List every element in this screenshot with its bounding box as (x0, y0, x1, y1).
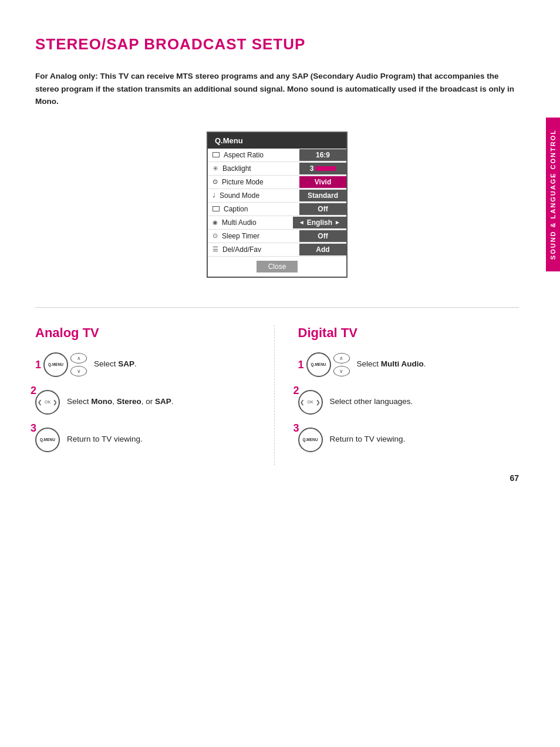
analog-step-1: 1 Q.MENU ∧ ∨ Select SAP. (35, 352, 257, 377)
digital-step-1-text: Select Multi Audio. (357, 352, 426, 370)
analog-step-3-icons: 3 Q.MENU (35, 428, 60, 452)
analog-step-2-text: Select Mono, Stereo, or SAP. (67, 390, 174, 408)
qmenu-value-caption: Off (299, 203, 346, 215)
qmenu-label-multiaudio: ◉ Multi Audio (208, 216, 293, 229)
sound-icon: ♩ (212, 191, 215, 199)
ok-button-2: ❮ OK ❯ (35, 390, 60, 415)
qmenu-row-caption: Caption Off (208, 203, 346, 216)
qmenu-label-backlight: ✳ Backlight (208, 162, 299, 175)
qmenu-value-sound: Standard (299, 190, 346, 201)
qmenu-row-sleep: ⊙ Sleep Timer Off (208, 230, 346, 243)
qmenu-label-sound: ♩ Sound Mode (208, 189, 299, 202)
qmenu-value-aspect: 16:9 (299, 149, 346, 161)
analog-step-1-icons: 1 Q.MENU ∧ ∨ (35, 352, 87, 377)
qmenu-value-del: Add (299, 244, 346, 255)
digital-step-3-number: 3 (294, 423, 299, 433)
qmenu-row-aspect: Aspect Ratio 16:9 (208, 149, 346, 162)
analog-step-1-number: 1 (35, 359, 41, 370)
section-divider (35, 307, 519, 308)
digital-step-2-number: 2 (294, 385, 299, 396)
left-arrow-icon: ◄ (299, 219, 305, 226)
page-title: STEREO/SAP BROADCAST SETUP (35, 35, 519, 53)
qmenu-row-sound: ♩ Sound Mode Standard (208, 189, 346, 203)
digital-step-1: 1 Q.MENU ∧ ∨ Select Multi Audio. (298, 352, 519, 377)
qmenu-diagram: Q.Menu Aspect Ratio 16:9 ✳ Backlight 3 (35, 132, 519, 278)
intro-text: For Analog only: This TV can receive MTS… (35, 70, 517, 108)
analog-tv-title: Analog TV (35, 325, 257, 341)
qmenu-button-d3: Q.MENU (298, 428, 323, 452)
analog-step-2-number: 2 (31, 385, 36, 396)
qmenu-button-1: Q.MENU (43, 352, 68, 377)
qmenu-row-del: ☰ Del/Add/Fav Add (208, 243, 346, 257)
picture-icon: ⊙ (212, 178, 218, 186)
analog-step-3-number: 3 (31, 423, 36, 433)
del-icon: ☰ (212, 245, 218, 253)
digital-step-2: 2 ❮ OK ❯ Select other languages. (298, 390, 519, 415)
backlight-bar (315, 166, 336, 171)
sleep-icon: ⊙ (212, 232, 218, 240)
analog-tv-section: Analog TV 1 Q.MENU ∧ ∨ (35, 325, 275, 465)
digital-step-2-icons: 2 ❮ OK ❯ (298, 390, 323, 415)
qmenu-label-aspect: Aspect Ratio (208, 149, 299, 161)
up-arrow-btn-d: ∧ (333, 353, 350, 364)
qmenu-box: Q.Menu Aspect Ratio 16:9 ✳ Backlight 3 (207, 132, 348, 278)
analog-step-2: 2 ❮ OK ❯ Select Mono, Stereo, or SAP. (35, 390, 257, 415)
analog-step-2-icons: 2 ❮ OK ❯ (35, 390, 60, 415)
analog-step-3-text: Return to TV viewing. (67, 428, 143, 445)
side-label: SOUND & LANGUAGE CONTROL (546, 117, 560, 271)
qmenu-row-multiaudio: ◉ Multi Audio ◄ English ► (208, 216, 346, 230)
qmenu-label-del: ☰ Del/Add/Fav (208, 243, 299, 256)
digital-tv-section: Digital TV 1 Q.MENU ∧ ∨ (275, 325, 519, 465)
digital-step-3-text: Return to TV viewing. (330, 428, 406, 445)
digital-step-3-icons: 3 Q.MENU (298, 428, 323, 452)
aspect-icon (212, 152, 220, 157)
down-arrow-btn: ∨ (70, 366, 87, 376)
up-arrow-btn: ∧ (70, 353, 87, 364)
digital-step-2-text: Select other languages. (330, 390, 413, 408)
qmenu-label-picture: ⊙ Picture Mode (208, 176, 299, 189)
ok-button-d2: ❮ OK ❯ (298, 390, 323, 415)
qmenu-button-3: Q.MENU (35, 428, 60, 452)
qmenu-value-picture: Vivid (299, 176, 346, 188)
qmenu-label-sleep: ⊙ Sleep Timer (208, 230, 299, 243)
digital-step-1-number: 1 (298, 359, 304, 370)
qmenu-row-backlight: ✳ Backlight 3 (208, 162, 346, 176)
qmenu-row-picture: ⊙ Picture Mode Vivid (208, 176, 346, 189)
qmenu-value-sleep: Off (299, 230, 346, 242)
down-arrow-btn-d: ∨ (333, 366, 350, 376)
page-number: 67 (510, 473, 519, 483)
qmenu-value-backlight: 3 (299, 163, 346, 174)
qmenu-label-caption: Caption (208, 203, 299, 216)
close-button[interactable]: Close (257, 261, 298, 272)
analog-step-3: 3 Q.MENU Return to TV viewing. (35, 428, 257, 452)
digital-step-1-icons: 1 Q.MENU ∧ ∨ (298, 352, 350, 377)
two-column-section: Analog TV 1 Q.MENU ∧ ∨ (35, 325, 519, 465)
digital-tv-title: Digital TV (298, 325, 519, 341)
qmenu-close-row: Close (208, 257, 346, 277)
caption-icon (212, 206, 220, 211)
qmenu-value-multiaudio: ◄ English ► (293, 217, 346, 228)
analog-step-1-text: Select SAP. (94, 352, 137, 370)
qmenu-button-d1: Q.MENU (306, 352, 331, 377)
right-arrow-icon: ► (335, 219, 340, 226)
qmenu-header: Q.Menu (208, 133, 346, 149)
multiaudio-icon: ◉ (212, 219, 218, 226)
page-content: SOUND & LANGUAGE CONTROL STEREO/SAP BROA… (0, 0, 560, 500)
backlight-icon: ✳ (212, 164, 218, 173)
digital-step-3: 3 Q.MENU Return to TV viewing. (298, 428, 519, 452)
